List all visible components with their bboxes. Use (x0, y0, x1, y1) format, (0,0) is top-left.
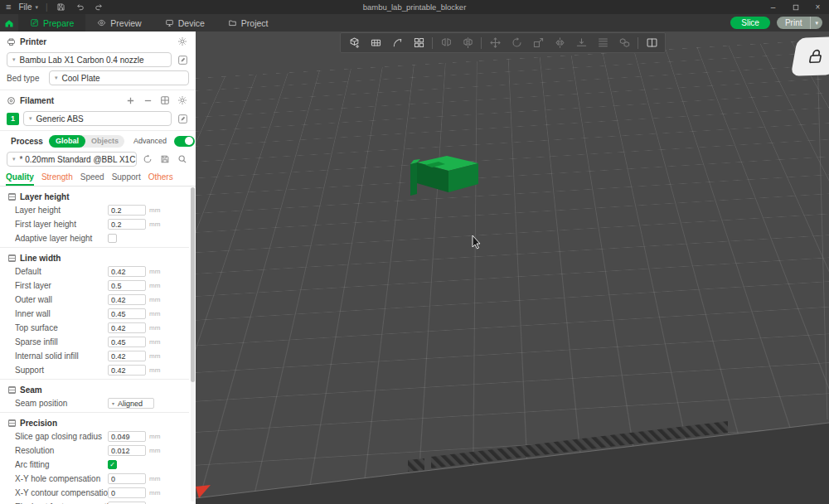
advanced-label: Advanced (133, 137, 167, 145)
move-icon[interactable] (484, 34, 506, 52)
tab-device[interactable]: Device (153, 14, 216, 32)
split-window-icon[interactable] (641, 34, 662, 52)
reset-preset-icon[interactable] (141, 153, 154, 166)
home-icon[interactable] (0, 14, 18, 32)
setting-row-outer-wall: Outer wallmm (0, 293, 189, 307)
tab-prepare-label: Prepare (43, 18, 74, 28)
setting-label-first-layer: First layer (15, 281, 108, 290)
process-tab-quality[interactable]: Quality (6, 170, 34, 186)
adaptive-layer-height-checkbox[interactable] (108, 234, 117, 243)
filament-settings-gear-icon[interactable] (176, 94, 189, 107)
support-input[interactable] (108, 365, 146, 376)
setting-label-first-layer-height: First layer height (15, 220, 108, 229)
viewport-3d[interactable] (196, 32, 829, 504)
plate-lock-badge[interactable] (791, 36, 829, 76)
setting-row-slice-gap-closing-radius: Slice gap closing radiusmm (0, 429, 189, 443)
process-tab-speed[interactable]: Speed (80, 170, 104, 186)
x-y-hole-compensation-input[interactable] (108, 473, 146, 484)
hamburger-menu-icon[interactable]: ≡ (6, 2, 11, 12)
scrollbar-thumb[interactable] (191, 187, 195, 382)
setting-row-elephant-foot-compensation: Elephant foot compensationmm (0, 500, 189, 504)
sparse-infill-input[interactable] (108, 337, 146, 347)
print-button[interactable]: Print ▾ (777, 17, 822, 29)
save-icon[interactable] (56, 2, 67, 13)
mirror-icon[interactable] (549, 34, 570, 52)
file-menu[interactable]: File ▾ (18, 2, 38, 12)
add-plate-icon[interactable] (365, 34, 386, 52)
resolution-input[interactable] (108, 445, 146, 456)
process-tab-strip: QualityStrengthSpeedSupportOthers (0, 170, 196, 187)
tab-preview[interactable]: Preview (85, 14, 153, 32)
first-layer-input[interactable] (108, 280, 146, 291)
close-button[interactable]: × (807, 0, 829, 14)
x-y-contour-compensation-input[interactable] (108, 487, 146, 498)
default-input[interactable] (108, 266, 146, 277)
slice-button[interactable]: Slice (730, 17, 770, 29)
slice-gap-closing-radius-input[interactable] (108, 431, 146, 442)
filament-preset-select[interactable]: ▾ Generic ABS (23, 111, 172, 126)
tab-prepare[interactable]: Prepare (18, 14, 85, 32)
process-preset-select[interactable]: ▾ * 0.20mm Standard @BBL X1C (7, 152, 137, 167)
inner-wall-input[interactable] (108, 308, 146, 319)
remove-filament-icon[interactable] (141, 94, 154, 107)
print-dropdown-caret-icon[interactable]: ▾ (810, 17, 822, 29)
layer-height-input[interactable] (108, 205, 146, 216)
save-preset-icon[interactable] (158, 153, 172, 166)
first-layer-height-input[interactable] (108, 219, 146, 230)
file-menu-label: File (18, 2, 32, 12)
section-header-precision[interactable]: Precision (0, 414, 189, 429)
toolbar-separator (481, 37, 482, 49)
rotate-icon[interactable] (506, 34, 527, 52)
minimize-button[interactable]: – (762, 0, 784, 14)
search-settings-icon[interactable] (176, 153, 189, 166)
section-title: Layer height (20, 192, 69, 201)
section-header-line-width[interactable]: Line width (0, 249, 189, 264)
section-header-layer-height[interactable]: Layer height (0, 187, 189, 203)
tab-project[interactable]: Project (216, 14, 280, 32)
segment-global[interactable]: Global (49, 135, 85, 148)
toolbar-separator (432, 37, 433, 49)
printer-preset-select[interactable]: ▾ Bambu Lab X1 Carbon 0.4 nozzle (7, 52, 172, 67)
flush-options-icon[interactable] (158, 94, 172, 107)
process-tab-strength[interactable]: Strength (41, 170, 73, 186)
outer-wall-input[interactable] (108, 294, 146, 305)
setting-row-resolution: Resolutionmm (0, 443, 189, 458)
lock-icon (805, 47, 827, 66)
internal-solid-infill-input[interactable] (108, 351, 146, 361)
add-filament-icon[interactable] (124, 94, 137, 107)
setting-label-support: Support (15, 366, 108, 375)
bed-type-select[interactable]: ▾ Cool Plate (49, 70, 189, 85)
sidebar-scrollbar[interactable] (191, 187, 195, 502)
scale-icon[interactable] (527, 34, 549, 52)
top-surface-input[interactable] (108, 322, 146, 333)
printer-header-row: Printer (0, 34, 196, 49)
maximize-button[interactable] (784, 0, 807, 14)
setting-label-default: Default (15, 267, 108, 276)
setting-row-inner-wall: Inner wallmm (0, 307, 189, 321)
assembly-view-icon[interactable] (613, 34, 635, 52)
arrange-icon[interactable] (408, 34, 429, 52)
arc-fitting-checkbox[interactable]: ✓ (108, 460, 117, 469)
edit-printer-icon[interactable] (176, 53, 189, 66)
unit-label: mm (149, 310, 160, 317)
lay-on-face-icon[interactable] (570, 34, 592, 52)
undo-icon[interactable] (75, 2, 86, 13)
setting-label-internal-solid-infill: Internal solid infill (15, 351, 108, 361)
advanced-toggle[interactable] (174, 136, 195, 147)
seam-position-select[interactable]: ▾Aligned (108, 398, 154, 409)
process-tab-support[interactable]: Support (112, 170, 141, 186)
edit-filament-icon[interactable] (176, 112, 189, 125)
redo-icon[interactable] (94, 2, 105, 13)
filament-index-badge[interactable]: 1 (7, 113, 19, 125)
segment-objects[interactable]: Objects (85, 137, 124, 145)
process-tab-others[interactable]: Others (148, 170, 173, 186)
split-to-parts-icon[interactable] (457, 34, 478, 52)
printer-settings-gear-icon[interactable] (176, 35, 189, 48)
variable-layer-height-icon[interactable] (592, 34, 613, 52)
setting-label-x-y-hole-compensation: X-Y hole compensation (15, 474, 108, 483)
unit-label: mm (149, 338, 160, 346)
section-header-seam[interactable]: Seam (0, 380, 189, 396)
split-to-objects-icon[interactable] (435, 34, 457, 52)
auto-orient-icon[interactable] (386, 34, 408, 52)
add-model-icon[interactable] (343, 34, 365, 52)
